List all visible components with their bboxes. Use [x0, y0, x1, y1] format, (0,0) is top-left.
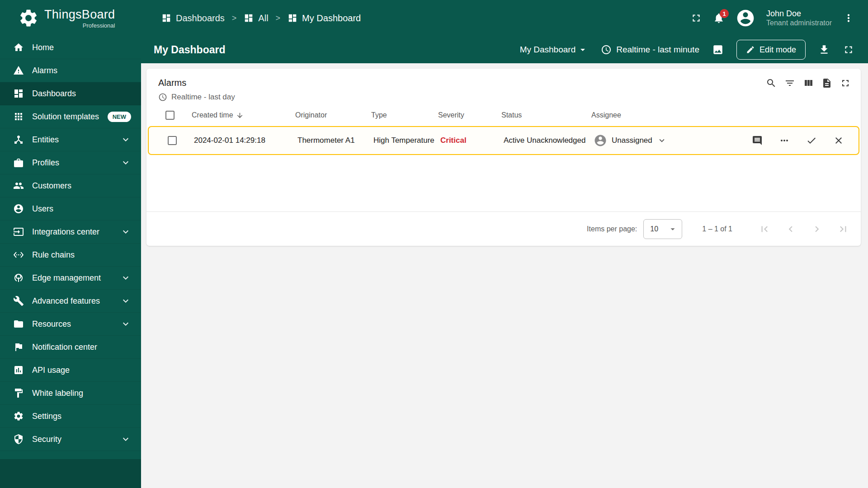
- more-menu-button[interactable]: [843, 12, 854, 24]
- column-header-type[interactable]: Type: [371, 111, 438, 119]
- next-page-button[interactable]: [811, 223, 823, 235]
- sidebar-item-users[interactable]: Users: [0, 197, 141, 221]
- sidebar-item-customers[interactable]: Customers: [0, 174, 141, 197]
- warning-triangle-icon: [13, 65, 24, 76]
- alarm-details-button[interactable]: [752, 135, 763, 146]
- sidebar-item-label: Alarms: [32, 66, 131, 75]
- sidebar-item-notification-center[interactable]: Notification center: [0, 336, 141, 359]
- alarm-more-button[interactable]: [779, 135, 790, 146]
- folder-icon: [13, 319, 24, 329]
- sidebar-item-security[interactable]: Security: [0, 428, 141, 451]
- sidebar-item-label: Profiles: [32, 158, 112, 168]
- timewindow-label: Realtime - last minute: [616, 45, 699, 55]
- column-header-created-time[interactable]: Created time: [192, 111, 295, 119]
- sidebar-item-white-labeling[interactable]: White labeling: [0, 382, 141, 405]
- edit-mode-button[interactable]: Edit mode: [736, 40, 806, 60]
- dropdown-caret-icon: [668, 224, 678, 234]
- clear-alarm-button[interactable]: [833, 135, 844, 146]
- column-header-assignee[interactable]: Assignee: [591, 111, 747, 119]
- sidebar-item-alarms[interactable]: Alarms: [0, 59, 141, 82]
- widget-actions: [766, 78, 851, 89]
- search-button[interactable]: [766, 78, 777, 89]
- brand-logo[interactable]: ThingsBoard Professional: [0, 0, 141, 36]
- select-all-checkbox[interactable]: [165, 111, 175, 120]
- widget-timewindow-button[interactable]: Realtime - last day: [146, 93, 861, 102]
- dashboard-icon: [161, 13, 171, 23]
- cell-created-time: 2024-02-01 14:29:18: [194, 136, 297, 145]
- user-role: Tenant administrator: [766, 19, 832, 28]
- sidebar-item-label: Resources: [32, 319, 112, 329]
- fullscreen-icon: [690, 12, 702, 24]
- dashboard-toolbar: My Dashboard My Dashboard Realtime - las…: [141, 36, 868, 63]
- first-page-button[interactable]: [759, 223, 770, 235]
- filter-button[interactable]: [784, 78, 795, 89]
- download-button[interactable]: [818, 44, 830, 56]
- assignee-avatar-icon: [594, 134, 607, 147]
- sidebar-item-settings[interactable]: Settings: [0, 405, 141, 428]
- fullscreen-toggle-button[interactable]: [690, 12, 702, 24]
- dashboard-state-selector[interactable]: My Dashboard: [520, 44, 589, 55]
- timewindow-button[interactable]: Realtime - last minute: [601, 44, 699, 55]
- brand-subtitle: Professional: [44, 22, 115, 29]
- sidebar-item-resources[interactable]: Resources: [0, 313, 141, 336]
- people-icon: [13, 180, 24, 191]
- sidebar-item-dashboards[interactable]: Dashboards: [0, 82, 141, 105]
- column-header-status[interactable]: Status: [501, 111, 591, 119]
- sidebar-item-entities[interactable]: Entities: [0, 128, 141, 151]
- acknowledge-alarm-button[interactable]: [806, 135, 817, 146]
- sidebar-item-api-usage[interactable]: API usage: [0, 359, 141, 382]
- person-circle-icon: [13, 203, 24, 214]
- sidebar-item-label: Rule chains: [32, 250, 131, 260]
- paint-icon: [13, 388, 24, 399]
- assignee-selector[interactable]: Unassigned: [594, 134, 745, 147]
- previous-page-button[interactable]: [785, 223, 797, 235]
- cell-type: High Temperature: [373, 136, 440, 145]
- column-header-originator[interactable]: Originator: [295, 111, 371, 119]
- chevron-down-icon: [120, 434, 131, 445]
- bar-chart-icon: [13, 365, 24, 375]
- columns-button[interactable]: [803, 78, 814, 89]
- cell-status: Active Unacknowledged: [504, 136, 594, 145]
- briefcase-icon: [13, 157, 24, 168]
- widget-fullscreen-button[interactable]: [840, 78, 851, 89]
- items-per-page-value: 10: [650, 225, 658, 233]
- sidebar-item-profiles[interactable]: Profiles: [0, 151, 141, 174]
- first-page-icon: [759, 223, 770, 235]
- home-icon: [13, 42, 24, 53]
- items-per-page-select[interactable]: 10: [643, 219, 682, 239]
- new-badge: NEW: [108, 112, 131, 122]
- column-header-severity[interactable]: Severity: [438, 111, 501, 119]
- sidebar-item-edge-management[interactable]: Edge management: [0, 267, 141, 290]
- sidebar-item-solution-templates[interactable]: Solution templates NEW: [0, 105, 141, 128]
- sidebar-item-advanced-features[interactable]: Advanced features: [0, 290, 141, 313]
- sidebar-item-rule-chains[interactable]: Rule chains: [0, 244, 141, 267]
- ellipsis-icon: [779, 135, 790, 146]
- image-icon: [712, 44, 724, 56]
- alarm-row[interactable]: 2024-02-01 14:29:18 Thermometer A1 High …: [148, 126, 859, 155]
- sidebar-menu: Home Alarms Dashboards Solution template…: [0, 36, 141, 459]
- fullscreen-icon: [840, 78, 851, 89]
- wrench-icon: [13, 296, 24, 306]
- sort-desc-arrow-icon: [236, 112, 244, 119]
- sidebar-item-home[interactable]: Home: [0, 36, 141, 59]
- fullscreen-icon: [843, 44, 854, 56]
- dashboard-image-button[interactable]: [712, 44, 724, 56]
- user-avatar[interactable]: [736, 8, 755, 28]
- breadcrumb-my-dashboard[interactable]: My Dashboard: [288, 13, 361, 23]
- sidebar-item-integrations-center[interactable]: Integrations center: [0, 221, 141, 244]
- chevron-right-icon: [811, 223, 823, 235]
- cell-severity: Critical: [440, 136, 504, 145]
- user-menu[interactable]: John Doe Tenant administrator: [766, 9, 832, 28]
- last-page-button[interactable]: [837, 223, 849, 235]
- breadcrumb-dashboards[interactable]: Dashboards: [161, 13, 225, 23]
- row-checkbox[interactable]: [168, 136, 177, 145]
- breadcrumb-all[interactable]: All: [244, 13, 268, 23]
- dashboard-fullscreen-button[interactable]: [843, 44, 854, 56]
- chevron-down-icon: [120, 226, 131, 237]
- sidebar-item-label: Settings: [32, 412, 131, 421]
- apps-grid-icon: [13, 111, 24, 122]
- table-header-row: Created time Originator Type Severity St…: [146, 104, 861, 126]
- notifications-button[interactable]: 1: [713, 12, 725, 24]
- export-button[interactable]: [821, 78, 832, 89]
- sidebar-item-label: Security: [32, 435, 112, 444]
